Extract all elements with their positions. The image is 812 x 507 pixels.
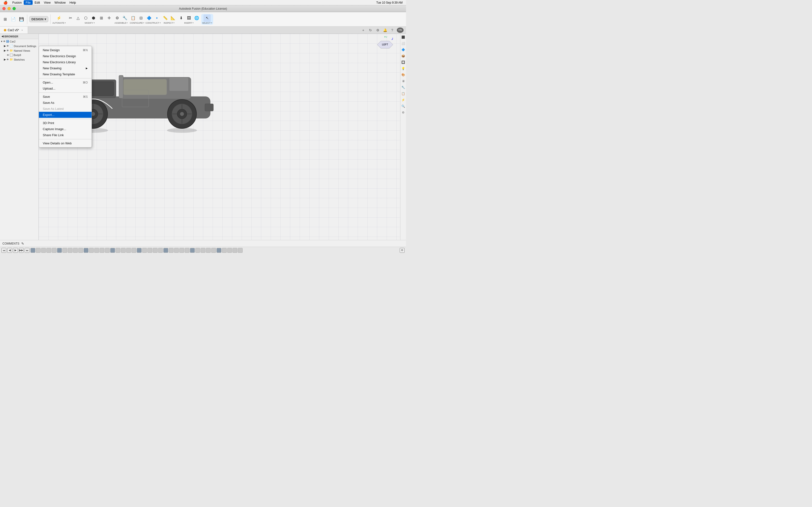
menu-save-as-latest[interactable]: Save As Latest: [39, 106, 92, 112]
timeline-item-27[interactable]: [174, 248, 179, 253]
timeline-item-8[interactable]: [73, 248, 78, 253]
right-icon-4[interactable]: 📦: [401, 54, 406, 58]
minimize-button[interactable]: [7, 7, 11, 10]
menu-save-as[interactable]: Save As: [39, 100, 92, 106]
timeline-item-34[interactable]: [211, 248, 216, 253]
timeline-item-39[interactable]: [238, 248, 243, 253]
back-icon[interactable]: ◀: [1, 35, 3, 38]
insert-icon[interactable]: ⬇: [177, 14, 185, 22]
timeline-item-26[interactable]: [169, 248, 173, 253]
menu-new-drawing-template[interactable]: New Drawing Template: [39, 71, 92, 77]
timeline-item-38[interactable]: [233, 248, 237, 253]
doc-eye-icon[interactable]: 👁: [6, 45, 9, 47]
menu-export[interactable]: Export...: [39, 112, 92, 118]
toolbar-select[interactable]: ↖ SELECT ▾: [201, 14, 213, 24]
timeline-item-3[interactable]: [46, 248, 51, 253]
right-icon-11[interactable]: ⚡: [401, 98, 406, 102]
timeline-item-30[interactable]: [190, 248, 195, 253]
menu-help[interactable]: Help: [68, 0, 78, 5]
timeline-item-28[interactable]: [179, 248, 184, 253]
menu-upload[interactable]: Upload...: [39, 86, 92, 92]
new-component-btn[interactable]: 📄: [10, 16, 17, 23]
menu-new-electronics-design[interactable]: New Electronics Design: [39, 53, 92, 59]
timeline-item-17[interactable]: [121, 248, 126, 253]
toolbar-insert[interactable]: ⬇ 🖼 🌐 INSERT ▾: [177, 14, 200, 24]
expand-icon[interactable]: ▾: [1, 40, 2, 43]
menu-new-design[interactable]: New Design ⌘N: [39, 47, 92, 53]
timeline-item-2[interactable]: [41, 248, 46, 253]
timeline-item-19[interactable]: [132, 248, 136, 253]
timeline-item-13[interactable]: [100, 248, 104, 253]
timeline-item-16[interactable]: [115, 248, 120, 253]
timeline-item-21[interactable]: [142, 248, 147, 253]
menu-capture-image[interactable]: Capture Image...: [39, 126, 92, 132]
sidebar-doc-settings[interactable]: ▶ 👁 📄 Document Settings: [0, 44, 39, 48]
right-icon-13[interactable]: ⚙: [401, 110, 406, 115]
workspace-selector[interactable]: DESIGN ▾: [29, 16, 48, 22]
menu-save[interactable]: Save ⌘S: [39, 94, 92, 100]
insert-icon2[interactable]: 🖼: [185, 14, 193, 22]
timeline-item-24[interactable]: [158, 248, 163, 253]
maximize-button[interactable]: [12, 7, 16, 10]
left-panel-toggle[interactable]: ⊞: [1, 16, 9, 23]
timeline-item-35[interactable]: [216, 248, 221, 253]
menu-fusion[interactable]: Fusion: [10, 0, 24, 5]
3d-viewport[interactable]: LEFT Y Z New Design ⌘N New Electronics D…: [39, 34, 400, 240]
timeline-item-11[interactable]: [89, 248, 94, 253]
right-icon-8[interactable]: 🖥: [401, 79, 406, 83]
user-avatar[interactable]: HN: [397, 27, 404, 33]
timeline-item-25[interactable]: [163, 248, 168, 253]
timeline-item-36[interactable]: [222, 248, 227, 253]
timeline-item-14[interactable]: [105, 248, 110, 253]
timeline-item-10[interactable]: [84, 248, 89, 253]
notification-btn[interactable]: 🔔: [382, 27, 388, 33]
timeline-settings-btn[interactable]: ⚙: [400, 248, 405, 253]
timeline-next-btn[interactable]: ▶▶: [19, 248, 24, 253]
nav-cube[interactable]: LEFT Y Z: [377, 36, 393, 52]
construct-icon2[interactable]: 🔹: [153, 14, 160, 22]
timeline-item-20[interactable]: [137, 248, 142, 253]
menu-share-file-link[interactable]: Share File Link: [39, 132, 92, 138]
timeline-play-btn[interactable]: ▶: [13, 248, 18, 253]
menu-new-drawing[interactable]: New Drawing ▶: [39, 65, 92, 71]
right-icon-10[interactable]: 📋: [401, 91, 406, 96]
timeline-item-7[interactable]: [68, 248, 72, 253]
inspect-icon[interactable]: 📏: [162, 14, 169, 22]
modify-icon3[interactable]: ⬡: [82, 14, 89, 22]
timeline-end-btn[interactable]: ⏭: [24, 248, 30, 253]
configure-icon[interactable]: 📋: [130, 14, 137, 22]
save-btn[interactable]: 💾: [18, 16, 25, 23]
right-icon-5[interactable]: 🔲: [401, 60, 406, 65]
timeline-item-0[interactable]: [31, 248, 35, 253]
close-button[interactable]: [2, 7, 6, 10]
menu-view-details-web[interactable]: View Details on Web: [39, 140, 92, 146]
select-icon[interactable]: ↖: [203, 14, 211, 22]
timeline-item-15[interactable]: [110, 248, 115, 253]
toolbar-construct[interactable]: 🔷 🔹 CONSTRUCT ▾: [146, 14, 161, 24]
timeline-item-4[interactable]: [52, 248, 57, 253]
body8-checkbox[interactable]: [10, 54, 13, 56]
refresh-btn[interactable]: ↻: [368, 27, 373, 33]
named-views-expand[interactable]: ▶: [4, 49, 6, 52]
apple-icon[interactable]: 🍎: [1, 1, 9, 5]
timeline-item-1[interactable]: [36, 248, 41, 253]
timeline-item-22[interactable]: [147, 248, 152, 253]
automate-icon[interactable]: ⚡: [55, 14, 63, 22]
timeline-item-32[interactable]: [201, 248, 205, 253]
sketches-expand[interactable]: ▶: [4, 58, 6, 61]
sidebar-root-item[interactable]: ▾ 👁 C Car2: [0, 39, 39, 44]
modify-icon5[interactable]: ⊞: [98, 14, 105, 22]
sketches-eye[interactable]: 👁: [6, 58, 9, 61]
menu-new-electronics-library[interactable]: New Electronics Library: [39, 59, 92, 65]
body8-eye[interactable]: 👁: [7, 54, 9, 56]
settings-btn[interactable]: ⚙: [375, 27, 380, 33]
assemble-icon2[interactable]: 🔧: [121, 14, 129, 22]
timeline-item-18[interactable]: [126, 248, 131, 253]
active-tab[interactable]: Car2 v5* ×: [0, 26, 28, 34]
menu-view[interactable]: View: [42, 0, 52, 5]
right-icon-2[interactable]: ⬜: [401, 41, 406, 46]
menu-file[interactable]: File: [24, 0, 33, 5]
modify-icon6[interactable]: ✛: [105, 14, 113, 22]
eye-icon[interactable]: 👁: [3, 40, 6, 43]
menu-edit[interactable]: Edit: [33, 0, 42, 5]
